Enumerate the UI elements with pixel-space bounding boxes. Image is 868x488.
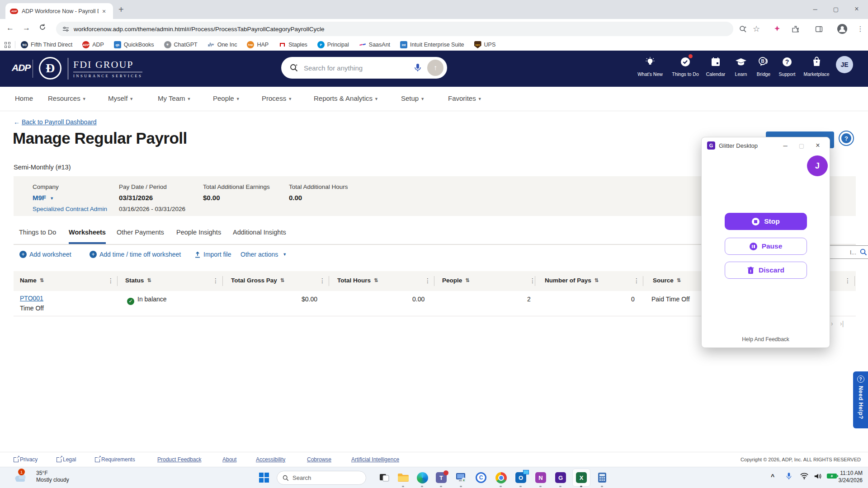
bookmark-adp[interactable]: ADPADP: [82, 41, 104, 48]
nav-my-team[interactable]: My Team▼: [158, 94, 191, 102]
column-menu-kebab-icon[interactable]: ⋮: [844, 277, 851, 284]
volume-icon[interactable]: [814, 473, 822, 481]
sort-icon[interactable]: ⇅: [465, 277, 469, 283]
column-people[interactable]: People⇅: [442, 277, 469, 284]
lens-search-icon[interactable]: [737, 23, 749, 35]
new-tab-button[interactable]: +: [118, 5, 124, 15]
column-total-gross-pay[interactable]: Total Gross Pay⇅: [231, 277, 284, 284]
whats-new-button[interactable]: What's New: [633, 54, 667, 78]
tab-things-to-do[interactable]: Things to Do: [19, 229, 56, 242]
nav-process[interactable]: Process▼: [262, 94, 292, 102]
extensions-puzzle-icon[interactable]: [789, 23, 801, 35]
nav-favorites[interactable]: Favorites▼: [448, 94, 482, 102]
windows-start-button[interactable]: [258, 471, 270, 484]
back-button[interactable]: ←: [6, 23, 14, 33]
need-help-tab[interactable]: ? Need Help?: [853, 371, 868, 428]
url-text[interactable]: workforcenow.adp.com/theme/admin.html#/P…: [74, 26, 324, 33]
browser-profile-avatar[interactable]: [836, 23, 848, 35]
stop-button[interactable]: Stop: [725, 213, 807, 230]
tray-mic-icon[interactable]: [786, 472, 792, 482]
browser-tab[interactable]: ADP ADP Workforce Now - Payroll D ×: [5, 3, 113, 19]
column-source[interactable]: Source⇅: [653, 277, 681, 284]
onenote-icon[interactable]: N: [534, 471, 547, 484]
copilot-icon[interactable]: C: [475, 471, 487, 484]
footer-accessibility-link[interactable]: Accessibility: [256, 456, 285, 463]
footer-privacy-link[interactable]: Privacy: [14, 456, 38, 463]
browser-menu-kebab-icon[interactable]: ⋮: [854, 23, 866, 35]
bookmark-principal[interactable]: PPrincipal: [317, 41, 349, 48]
sidebar-panel-icon[interactable]: [813, 23, 825, 35]
help-feedback-link[interactable]: Help And Feedback: [702, 336, 830, 343]
column-menu-kebab-icon[interactable]: ⋮: [319, 277, 326, 284]
global-search-bar[interactable]: Search for anything ↑: [281, 57, 447, 79]
footer-requirements-link[interactable]: Requirements: [95, 456, 135, 463]
column-menu-kebab-icon[interactable]: ⋮: [633, 277, 640, 284]
sort-icon[interactable]: ⇅: [374, 277, 378, 283]
calendar-button[interactable]: Calendar: [702, 54, 730, 78]
bookmark-saasant[interactable]: SaasAnt: [359, 41, 390, 48]
forward-button[interactable]: →: [23, 23, 30, 33]
column-menu-kebab-icon[interactable]: ⋮: [425, 277, 431, 284]
column-menu-kebab-icon[interactable]: ⋮: [108, 277, 114, 284]
bridge-button[interactable]: B Bridge: [751, 54, 776, 78]
sort-icon[interactable]: ⇅: [594, 277, 599, 283]
footer-about-link[interactable]: About: [222, 456, 236, 463]
voice-search-icon[interactable]: [414, 63, 422, 72]
column-number-of-pays[interactable]: Number of Pays⇅: [545, 277, 599, 284]
tab-people-insights[interactable]: People Insights: [176, 229, 221, 242]
bookmark-star-icon[interactable]: ☆: [750, 23, 762, 35]
things-to-do-button[interactable]: Things to Do: [668, 54, 703, 78]
bookmark-staples[interactable]: Staples: [278, 41, 307, 48]
column-menu-kebab-icon[interactable]: ⋮: [212, 277, 219, 284]
discard-button[interactable]: Discard: [725, 262, 807, 279]
window-close-button[interactable]: ×: [846, 0, 867, 18]
site-settings-icon[interactable]: [62, 26, 69, 33]
glitter-titlebar[interactable]: G Glitter Desktop ─ ▢ ×: [702, 137, 830, 154]
bookmark-intuit[interactable]: intIntuit Enterprise Suite: [400, 41, 464, 48]
footer-product-feedback-link[interactable]: Product Feedback: [157, 456, 201, 463]
sort-icon[interactable]: ⇅: [147, 277, 151, 283]
company-sub-link[interactable]: Specialized Contract Admin: [33, 206, 107, 212]
excel-icon[interactable]: X: [575, 471, 588, 484]
pagination-last-icon[interactable]: ›|: [840, 320, 844, 327]
bookmark-ups[interactable]: upsUPS: [474, 41, 496, 48]
nav-setup[interactable]: Setup▼: [401, 94, 425, 102]
footer-legal-link[interactable]: Legal: [57, 456, 76, 463]
nav-myself[interactable]: Myself▼: [108, 94, 133, 102]
glitter-minimize-button[interactable]: ─: [779, 142, 792, 149]
company-selector[interactable]: M9F ▼: [33, 194, 107, 202]
sort-icon[interactable]: ⇅: [40, 277, 44, 283]
nav-reports-analytics[interactable]: Reports & Analytics▼: [314, 94, 378, 102]
footer-ai-link[interactable]: Artificial Intelligence: [351, 456, 399, 463]
file-explorer-icon[interactable]: [397, 471, 410, 484]
tray-expand-icon[interactable]: ^: [771, 473, 774, 480]
weather-widget[interactable]: 35°F Mostly cloudy: [36, 470, 69, 483]
tab-close-icon[interactable]: ×: [102, 8, 106, 15]
window-maximize-button[interactable]: ▢: [826, 0, 846, 18]
apps-grid-icon[interactable]: [5, 42, 10, 48]
nav-people[interactable]: People▼: [213, 94, 240, 102]
reload-button[interactable]: [39, 23, 46, 33]
add-worksheet-button[interactable]: +Add worksheet: [19, 251, 71, 258]
glitter-close-button[interactable]: ×: [811, 141, 824, 150]
pause-button[interactable]: Pause: [725, 238, 807, 255]
import-file-button[interactable]: Import file: [194, 251, 231, 258]
task-view-button[interactable]: [378, 471, 391, 484]
column-name[interactable]: Name⇅: [20, 277, 44, 284]
search-submit-button[interactable]: ↑: [427, 60, 443, 76]
wifi-icon[interactable]: [800, 473, 808, 481]
add-time-worksheet-button[interactable]: +Add time / time off worksheet: [90, 251, 181, 258]
footer-cobrowse-link[interactable]: Cobrowse: [307, 456, 331, 463]
column-status[interactable]: Status⇅: [125, 277, 151, 284]
nav-home[interactable]: Home: [15, 94, 33, 102]
sort-icon[interactable]: ⇅: [677, 277, 681, 283]
bookmark-quickbooks[interactable]: qbQuickBooks: [114, 41, 154, 48]
sort-icon[interactable]: ⇅: [280, 277, 284, 283]
calculator-icon[interactable]: [596, 471, 609, 484]
worksheet-link[interactable]: PTO001: [20, 295, 43, 302]
tab-other-payments[interactable]: Other Payments: [117, 229, 164, 242]
url-bar[interactable]: workforcenow.adp.com/theme/admin.html#/P…: [56, 22, 733, 36]
support-button[interactable]: ? Support: [774, 54, 800, 78]
remote-app-icon[interactable]: x: [455, 471, 467, 484]
window-minimize-button[interactable]: ─: [805, 0, 826, 18]
